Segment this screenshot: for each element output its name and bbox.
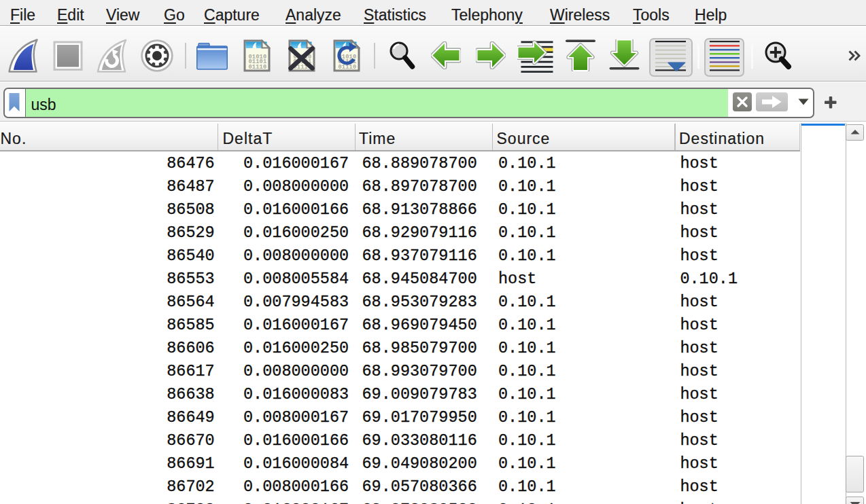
svg-text:01110: 01110 xyxy=(248,64,266,71)
